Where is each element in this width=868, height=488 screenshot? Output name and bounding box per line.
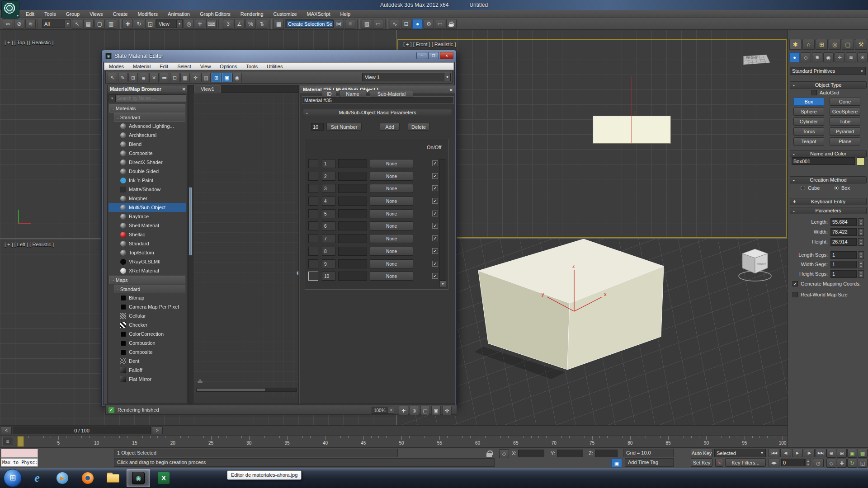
layout-all-icon[interactable]: ✛: [191, 73, 200, 82]
next-frame-button[interactable]: |▶: [804, 449, 815, 457]
submaterial-button[interactable]: None: [370, 259, 413, 268]
basic-parameters-rollout[interactable]: - Multi/Sub-Object Basic Parameters: [303, 109, 452, 116]
unlink-selection-icon[interactable]: ⊘: [14, 19, 24, 29]
row-name-field[interactable]: [338, 197, 367, 206]
radio-cube[interactable]: [801, 186, 805, 190]
submaterial-button[interactable]: None: [370, 197, 413, 206]
set-number-button[interactable]: Set Number: [326, 123, 362, 131]
auto-key-button[interactable]: Auto Key: [691, 449, 712, 457]
taskbar-3dsmax[interactable]: ◉: [127, 469, 150, 487]
tree-item-shell-material[interactable]: Shell Material: [108, 221, 186, 230]
canvas-hscrollbar[interactable]: [196, 388, 297, 392]
object-button-torus[interactable]: Torus: [793, 127, 824, 136]
tree-subgroup-standard[interactable]: - Standard: [114, 285, 185, 293]
row-select-box[interactable]: [308, 197, 318, 206]
timeline-mode-icon[interactable]: ≣: [2, 437, 13, 446]
go-to-start-button[interactable]: |◀◀: [769, 449, 779, 457]
slate-menu-select[interactable]: Select: [173, 64, 196, 69]
rendered-frame-icon[interactable]: ▭: [435, 19, 445, 29]
tree-item-shellac[interactable]: Shellac: [108, 230, 186, 239]
spinner-up-icon[interactable]: ▲: [859, 219, 863, 222]
curve-editor-icon[interactable]: ∿: [390, 19, 400, 29]
frame-spinner[interactable]: ▲▼: [805, 459, 811, 466]
taskbar-firefox[interactable]: [76, 469, 99, 487]
param-length-field[interactable]: 55.684: [830, 218, 857, 226]
material-count-field[interactable]: [311, 123, 324, 131]
param-width-spinner[interactable]: ▲▼: [858, 228, 864, 236]
viewcube[interactable]: FRONT: [739, 249, 771, 281]
row-select-box[interactable]: [308, 159, 318, 168]
menu-modifiers[interactable]: Modifiers: [132, 11, 163, 17]
param-height-field[interactable]: 26.914: [830, 238, 857, 246]
edit-named-selections-icon[interactable]: ▦: [274, 19, 284, 29]
param-height-spinner[interactable]: ▲▼: [858, 238, 864, 246]
application-menu-button[interactable]: ▾: [1, 0, 19, 19]
column-header-id[interactable]: ID: [322, 90, 336, 98]
row-select-box[interactable]: [308, 259, 318, 268]
row-name-field[interactable]: [338, 209, 367, 218]
keyboard-override-icon[interactable]: ⌨: [206, 19, 217, 29]
param-width-field[interactable]: 78.422: [830, 228, 857, 236]
bind-to-space-warp-icon[interactable]: ≋: [25, 19, 36, 29]
slate-menu-view[interactable]: View: [196, 64, 216, 69]
schematic-view-icon[interactable]: ⊟: [401, 19, 411, 29]
tree-item-cellular[interactable]: Cellular: [108, 311, 186, 320]
canvas-hscrollbar-thumb[interactable]: [197, 389, 265, 391]
slate-menu-tools[interactable]: Tools: [241, 64, 262, 69]
pan-view-button[interactable]: ✚: [837, 459, 847, 468]
add-time-tag[interactable]: Add Time Tag: [625, 458, 674, 467]
tree-item-composite[interactable]: Composite: [108, 347, 186, 357]
angle-snap-icon[interactable]: ∠: [234, 19, 245, 29]
onoff-checkbox[interactable]: ✓: [432, 185, 438, 191]
tree-item-falloff[interactable]: Falloff: [108, 366, 186, 375]
current-frame-field[interactable]: [781, 459, 805, 466]
slate-menu-options[interactable]: Options: [215, 64, 241, 69]
row-select-box[interactable]: [308, 184, 318, 193]
row-name-field[interactable]: [338, 221, 367, 230]
zoom-extents-button[interactable]: ▣: [847, 449, 857, 458]
select-by-material-icon[interactable]: ▤: [201, 73, 211, 82]
spinner-down-icon[interactable]: ▼: [859, 274, 863, 278]
select-and-link-icon[interactable]: ∞: [3, 19, 13, 29]
object-button-pyramid[interactable]: Pyramid: [830, 127, 860, 136]
param-length-segs-spinner[interactable]: ▲▼: [858, 251, 864, 259]
param-height-segs-field[interactable]: 1: [830, 270, 857, 278]
modify-tab[interactable]: ∩: [802, 39, 815, 50]
put-to-library-icon[interactable]: ⊞: [128, 73, 138, 82]
slate-pan-hand-icon[interactable]: ✜: [442, 406, 452, 415]
pick-material-icon[interactable]: ◉: [232, 73, 242, 82]
reference-coordinate-dropdown[interactable]: View▼: [156, 19, 183, 28]
name-color-rollout[interactable]: - Name and Color: [790, 150, 867, 157]
submaterial-button[interactable]: None: [370, 272, 413, 281]
submaterial-button[interactable]: None: [370, 159, 413, 168]
geometry-category[interactable]: ●: [789, 52, 800, 62]
submaterial-button[interactable]: None: [370, 221, 413, 230]
cameras-category[interactable]: ◉: [823, 52, 834, 62]
show-realistic-material-in-viewport-icon[interactable]: ▣: [222, 73, 231, 82]
row-select-box[interactable]: [308, 247, 318, 256]
row-select-box[interactable]: [308, 272, 318, 281]
menu-maxscript[interactable]: MAXScript: [302, 11, 335, 17]
taskbar-internet-explorer[interactable]: e: [25, 469, 49, 487]
align-icon[interactable]: ≡: [345, 19, 355, 29]
selection-set-dropdown[interactable]: Selected ▼: [714, 449, 766, 457]
tree-item-flat-mirror[interactable]: Flat Mirror: [108, 375, 186, 384]
row-name-field[interactable]: [338, 159, 367, 168]
tree-item-combustion[interactable]: Combustion: [108, 338, 186, 347]
column-header-submaterial[interactable]: Sub-Material: [370, 90, 413, 98]
tree-item-multi-sub-object[interactable]: Multi/Sub-Object: [108, 203, 186, 212]
param-length-segs-field[interactable]: 1: [830, 251, 857, 259]
spinner-up-icon[interactable]: ▲: [859, 261, 863, 265]
maxscript-mini-listener[interactable]: [1, 449, 38, 458]
check-real-world-map-size[interactable]: [793, 292, 798, 297]
x-coord-field[interactable]: [518, 450, 544, 457]
zoom-button[interactable]: ⊕: [826, 449, 836, 458]
browser-scrollbar[interactable]: [188, 85, 193, 404]
menu-create[interactable]: Create: [108, 11, 132, 17]
search-options-icon[interactable]: ▼: [108, 94, 116, 102]
onoff-checkbox[interactable]: ✓: [432, 211, 438, 216]
selection-lock-icon[interactable]: [486, 453, 492, 457]
display-tab[interactable]: ▢: [842, 39, 854, 50]
object-button-geosphere[interactable]: GeoSphere: [830, 108, 860, 116]
maximize-viewport-button[interactable]: ◱: [858, 459, 868, 468]
